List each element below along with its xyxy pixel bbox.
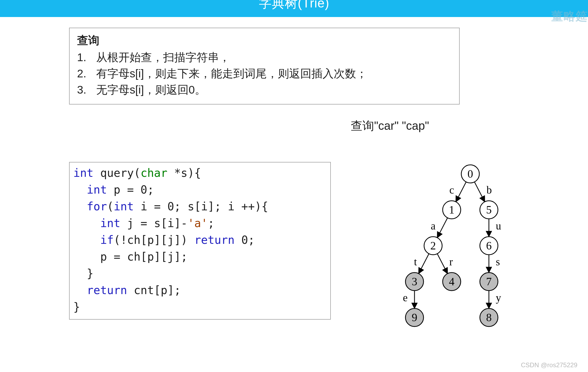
- code-t: [73, 183, 87, 196]
- title-bar: 字典树(Trie): [0, 0, 588, 17]
- tree-edge-label: y: [496, 292, 501, 304]
- code-kw: return: [194, 233, 235, 246]
- tree-edge: [475, 182, 485, 202]
- desc-num-3: 3.: [77, 82, 96, 98]
- tree-edge-label: r: [449, 256, 453, 268]
- code-t: 0;: [235, 233, 255, 246]
- tree-edge: [437, 218, 448, 238]
- tree-node-label: 9: [412, 311, 417, 324]
- tree-node-label: 1: [449, 204, 455, 216]
- code-t: (!ch[p][j]): [114, 233, 194, 246]
- tree-edge-label: c: [449, 184, 454, 196]
- tree-node-label: 2: [430, 240, 436, 252]
- tree-node-label: 6: [486, 240, 492, 252]
- code-t: [73, 217, 100, 230]
- tree-node-label: 3: [412, 275, 417, 288]
- code-kw: if: [100, 233, 114, 246]
- tree-edge-label: b: [487, 184, 492, 196]
- desc-item-2: 2. 有字母s[i]，则走下来，能走到词尾，则返回插入次数；: [77, 66, 452, 82]
- code-t: [73, 233, 100, 246]
- code-t: p = 0;: [107, 183, 154, 196]
- desc-num-2: 2.: [77, 66, 96, 82]
- code-kw: int: [87, 183, 107, 196]
- watermark-bottom: CSDN @ros275229: [521, 361, 577, 369]
- code-kw: int: [100, 217, 120, 230]
- desc-heading: 查询: [77, 33, 452, 48]
- code-t: cnt[p];: [127, 284, 181, 297]
- desc-num-1: 1.: [77, 49, 96, 66]
- tree-edge: [456, 182, 466, 202]
- code-t: }: [73, 267, 94, 280]
- code-kw: for: [87, 200, 107, 213]
- desc-text-1: 从根开始查，扫描字符串，: [96, 49, 230, 66]
- code-kw: return: [87, 284, 127, 297]
- desc-text-3: 无字母s[i]，则返回0。: [96, 82, 206, 98]
- tree-node-label: 8: [486, 311, 492, 324]
- tree-node-label: 4: [449, 275, 455, 288]
- desc-list: 1. 从根开始查，扫描字符串， 2. 有字母s[i]，则走下来，能走到词尾，则返…: [77, 49, 452, 98]
- tree-edge: [437, 254, 448, 274]
- slide-title: 字典树(Trie): [259, 0, 329, 10]
- description-box: 查询 1. 从根开始查，扫描字符串， 2. 有字母s[i]，则走下来，能走到词尾…: [69, 28, 460, 105]
- code-t: i = 0; s[i]; i ++){: [134, 200, 268, 213]
- code-t: [73, 200, 87, 213]
- desc-item-3: 3. 无字母s[i]，则返回0。: [77, 82, 452, 98]
- code-t: query(: [94, 166, 141, 179]
- tree-edge-label: t: [414, 256, 417, 268]
- tree-node-label: 0: [468, 168, 473, 180]
- desc-text-2: 有字母s[i]，则走下来，能走到词尾，则返回插入次数；: [96, 66, 367, 82]
- query-example-label: 查询"car" "cap": [351, 118, 429, 134]
- code-t: (: [107, 200, 113, 213]
- code-kw: char: [141, 166, 167, 179]
- tree-edge-label: s: [496, 256, 500, 268]
- code-t: }: [73, 300, 80, 314]
- tree-edge-label: e: [403, 292, 408, 304]
- tree-edge-label: a: [431, 220, 435, 232]
- content-area: 查询 1. 从根开始查，扫描字符串， 2. 有字母s[i]，则走下来，能走到词尾…: [0, 17, 588, 105]
- code-t: *s){: [167, 166, 201, 179]
- code-box: int query(char *s){ int p = 0; for(int i…: [69, 162, 331, 320]
- desc-item-1: 1. 从根开始查，扫描字符串，: [77, 49, 452, 66]
- tree-node-label: 5: [486, 204, 492, 216]
- code-kw: int: [73, 166, 94, 179]
- trie-tree-diagram: cbautrsey 0152634798: [399, 163, 515, 333]
- code-t: [73, 284, 87, 297]
- code-t: j = s[i]-: [120, 217, 188, 230]
- tree-edge-label: u: [496, 220, 501, 232]
- slide-page: 字典树(Trie) 董略筵 查询 1. 从根开始查，扫描字符串， 2. 有字母s…: [0, 0, 588, 372]
- code-kw: int: [114, 200, 134, 213]
- tree-node-label: 7: [486, 275, 492, 288]
- code-t: ;: [208, 217, 214, 230]
- code-lit: 'a': [188, 217, 208, 230]
- code-t: p = ch[p][j];: [73, 250, 188, 263]
- tree-edge: [419, 254, 429, 274]
